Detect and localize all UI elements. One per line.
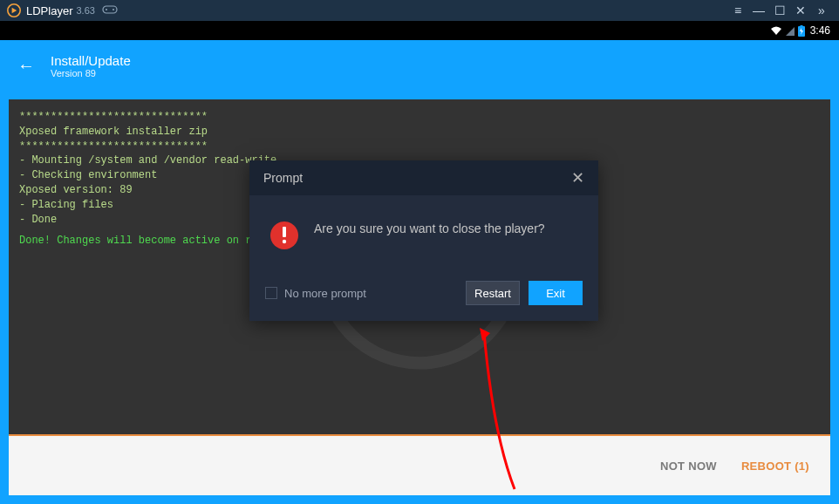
page-subtitle: Version 89 xyxy=(51,68,131,78)
bottom-action-bar: NOT NOW REBOOT (1) xyxy=(9,434,830,495)
app-version: 3.63 xyxy=(76,5,94,16)
terminal-line: ****************************** xyxy=(19,140,820,154)
modal-title: Prompt xyxy=(263,171,303,185)
page-title: Install/Update xyxy=(51,53,131,68)
terminal-line: ****************************** xyxy=(19,110,820,125)
app-name: LDPlayer xyxy=(26,4,72,17)
svg-rect-8 xyxy=(283,227,286,237)
checkbox-icon xyxy=(265,287,277,299)
more-icon[interactable]: » xyxy=(811,3,832,17)
page-header: ← Install/Update Version 89 xyxy=(0,40,839,91)
not-now-button[interactable]: NOT NOW xyxy=(660,460,717,473)
gamepad-icon xyxy=(102,3,118,18)
terminal-line: Xposed framework installer zip xyxy=(19,125,820,140)
reboot-button[interactable]: REBOOT (1) xyxy=(741,460,809,473)
exit-button[interactable]: Exit xyxy=(529,281,583,305)
back-button[interactable]: ← xyxy=(17,56,44,76)
modal-close-button[interactable]: ✕ xyxy=(571,168,584,187)
warning-icon xyxy=(269,220,300,251)
signal-icon xyxy=(786,25,795,36)
no-more-prompt-checkbox[interactable]: No more prompt xyxy=(265,287,366,300)
svg-rect-5 xyxy=(800,25,802,27)
prompt-modal: Prompt ✕ Are you sure you want to close … xyxy=(249,160,598,321)
svg-point-3 xyxy=(113,9,114,10)
window-titlebar: LDPlayer 3.63 ≡ — ☐ ✕ » xyxy=(0,0,839,21)
checkbox-label: No more prompt xyxy=(284,287,366,300)
close-window-button[interactable]: ✕ xyxy=(790,3,811,17)
modal-message: Are you sure you want to close the playe… xyxy=(314,220,545,238)
svg-point-2 xyxy=(106,9,107,10)
maximize-button[interactable]: ☐ xyxy=(769,3,790,17)
modal-header: Prompt ✕ xyxy=(249,160,598,195)
restart-button[interactable]: Restart xyxy=(466,281,520,305)
svg-rect-1 xyxy=(103,6,117,13)
menu-icon[interactable]: ≡ xyxy=(727,3,748,17)
svg-point-9 xyxy=(283,240,286,243)
wifi-icon xyxy=(770,25,782,36)
clock: 3:46 xyxy=(810,24,830,37)
android-statusbar: 3:46 xyxy=(0,21,839,40)
app-logo-icon xyxy=(7,3,21,17)
minimize-button[interactable]: — xyxy=(748,3,769,17)
battery-icon xyxy=(798,25,805,37)
